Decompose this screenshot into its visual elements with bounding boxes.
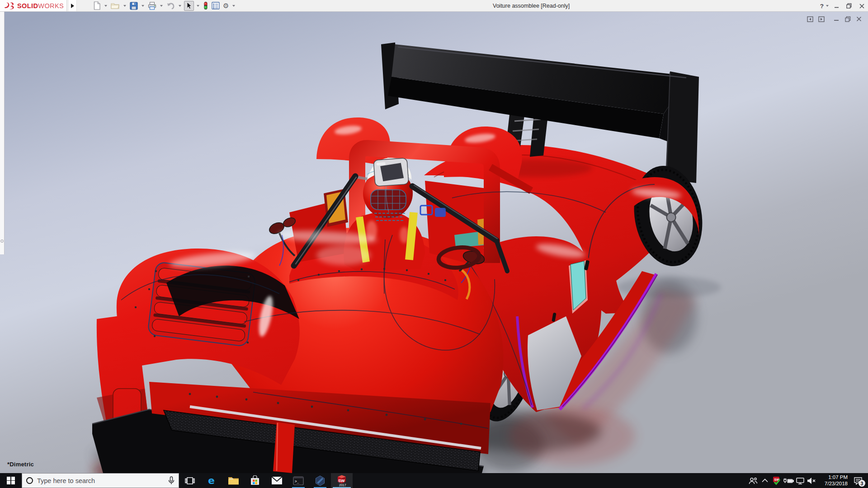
settings-caret[interactable] [232, 5, 235, 7]
doc-minimize-button[interactable] [833, 15, 840, 23]
volume-muted-icon [807, 477, 816, 484]
system-tray: SW [747, 473, 868, 488]
settings-button[interactable]: ⚙ [222, 1, 230, 11]
doc-restore-button[interactable] [844, 15, 851, 23]
print-button[interactable] [147, 1, 157, 11]
mail-button[interactable] [266, 473, 288, 488]
minimize-icon [834, 4, 839, 9]
edge-button[interactable]: e [201, 473, 222, 488]
new-document-icon [93, 1, 101, 10]
restore-icon [846, 3, 852, 9]
dock-next-button[interactable] [818, 15, 825, 23]
taskbar-clock[interactable]: 1:07 PM 7/23/2018 [818, 474, 849, 487]
undo-arrow-icon [166, 2, 175, 9]
solidworks-2017-button[interactable]: SW 2017 [331, 473, 353, 488]
microsoft-store-icon [250, 475, 260, 486]
hexagon-app-button[interactable] [309, 473, 331, 488]
solidworks-resource-monitor[interactable]: SW [771, 473, 782, 488]
hexagon-app-icon [315, 475, 326, 486]
mail-icon [271, 476, 283, 485]
solidworks-window: SOLIDWORKS [0, 0, 868, 488]
rebuild-stoplight-button[interactable] [202, 1, 209, 11]
new-document-caret[interactable] [104, 5, 107, 7]
app-window-controls: ? [816, 0, 868, 12]
save-caret[interactable] [142, 5, 144, 7]
search-input[interactable] [37, 477, 164, 484]
flyout-arrow-icon [71, 4, 74, 8]
select-caret[interactable] [197, 5, 199, 7]
power-battery-icon [783, 478, 794, 484]
open-folder-icon [111, 2, 120, 9]
clock-time: 1:07 PM [818, 474, 848, 481]
start-button[interactable] [0, 473, 22, 488]
3d-viewport-canvas [0, 12, 868, 473]
task-view-button[interactable] [179, 473, 201, 488]
close-button[interactable] [855, 0, 868, 12]
windows-logo-icon [7, 477, 15, 485]
clock-date: 7/23/2018 [818, 481, 848, 487]
gear-icon: ⚙ [223, 2, 229, 9]
people-icon [749, 477, 758, 484]
task-view-icon [185, 476, 195, 485]
print-icon [148, 2, 156, 10]
people-button[interactable] [747, 473, 759, 488]
svg-text:>_: >_ [295, 479, 299, 483]
document-title: Voiture assomblee [Read-only] [493, 0, 570, 12]
doc-close-button[interactable] [855, 15, 863, 23]
open-caret[interactable] [123, 5, 126, 7]
network-icon [796, 477, 805, 484]
notification-badge: 3 [859, 480, 865, 487]
svg-text:SW: SW [338, 479, 345, 483]
featuremanager-collapsed-tab[interactable] [0, 12, 5, 254]
save-button[interactable] [129, 1, 139, 11]
toolbar-flyout-button[interactable] [69, 0, 77, 11]
3d-viewport[interactable]: *Dimetric [0, 12, 868, 473]
dock-right-icon [818, 16, 825, 22]
print-caret[interactable] [160, 5, 163, 7]
microsoft-store-button[interactable] [244, 473, 266, 488]
solidworks-logo: SOLIDWORKS [0, 0, 67, 11]
taskbar-search[interactable] [22, 473, 179, 488]
svg-text:e: e [208, 475, 215, 486]
file-explorer-button[interactable] [222, 473, 244, 488]
dassault-ds-glyph [4, 2, 15, 10]
chevron-up-icon [762, 479, 768, 483]
taskbar-app-icons: e [179, 473, 353, 488]
select-tool-button[interactable] [184, 1, 194, 11]
network-button[interactable] [794, 473, 806, 488]
help-button[interactable]: ? [816, 3, 825, 9]
minimize-button[interactable] [830, 0, 843, 12]
action-center-button[interactable]: 3 [850, 473, 866, 488]
microphone-icon[interactable] [168, 476, 175, 485]
undo-button[interactable] [165, 1, 176, 11]
power-button[interactable] [783, 473, 794, 488]
undo-caret[interactable] [179, 5, 181, 7]
command-prompt-button[interactable]: >_ [288, 473, 309, 488]
doc-restore-icon [845, 16, 851, 22]
stoplight-icon [203, 1, 208, 10]
save-floppy-icon [130, 2, 138, 10]
view-orientation-label: *Dimetric [7, 461, 34, 468]
tray-overflow-button[interactable] [759, 473, 770, 488]
new-document-button[interactable] [92, 1, 102, 11]
volume-button[interactable] [806, 473, 817, 488]
harness-strap-right [409, 212, 414, 260]
doc-minimize-icon [834, 16, 839, 22]
main-toolbar: ⚙ [92, 0, 236, 11]
titlebar: SOLIDWORKS [0, 0, 868, 12]
dock-previous-button[interactable] [807, 15, 814, 23]
file-explorer-icon [228, 476, 239, 485]
taskbar-spacer [353, 473, 747, 488]
doc-close-icon [856, 16, 862, 22]
brand-text: SOLIDWORKS [17, 2, 64, 9]
help-caret[interactable] [826, 5, 829, 7]
rearview-mirror-box [373, 158, 409, 186]
properties-list-button[interactable] [211, 1, 221, 11]
svg-text:2017: 2017 [339, 483, 346, 487]
restore-button[interactable] [843, 0, 855, 12]
windows-taskbar: e [0, 473, 868, 488]
open-button[interactable] [110, 1, 121, 11]
edge-icon: e [206, 475, 217, 486]
select-cursor-icon [185, 2, 193, 9]
command-prompt-icon: >_ [293, 476, 304, 485]
